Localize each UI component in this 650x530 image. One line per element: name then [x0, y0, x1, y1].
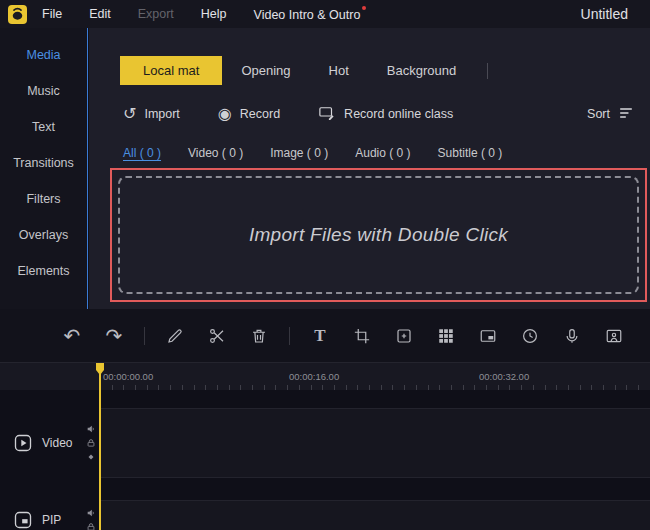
- video-track-label: Video: [42, 436, 72, 450]
- sidebar: Media Music Text Transitions Filters Ove…: [0, 28, 88, 309]
- lock-icon[interactable]: [86, 438, 96, 448]
- sort-icon: [618, 105, 634, 124]
- filter-audio[interactable]: Audio ( 0 ): [355, 146, 410, 160]
- video-track-controls: [86, 424, 96, 462]
- pip-track-icon: [13, 510, 33, 530]
- text-tool-button[interactable]: T: [308, 324, 332, 348]
- media-library-panel: Local mat Opening Hot Background ↺ Impor…: [89, 28, 650, 309]
- timecode-label: 00:00:16.00: [289, 371, 339, 382]
- sidebar-item-overlays[interactable]: Overlays: [0, 217, 87, 253]
- redo-icon: ↷: [106, 326, 123, 346]
- text-tool-icon: T: [314, 326, 325, 346]
- trash-icon: [250, 327, 268, 345]
- timecode-label: 00:00:00.00: [103, 371, 153, 382]
- sidebar-item-transitions[interactable]: Transitions: [0, 145, 87, 181]
- sidebar-item-filters[interactable]: Filters: [0, 181, 87, 217]
- tab-hot[interactable]: Hot: [310, 56, 368, 85]
- mute-icon[interactable]: [86, 424, 96, 434]
- video-track-lane[interactable]: [100, 408, 650, 478]
- playhead[interactable]: [99, 363, 101, 530]
- filter-all[interactable]: All ( 0 ): [123, 146, 161, 160]
- delete-button[interactable]: [247, 324, 271, 348]
- record-online-class-icon: [318, 104, 336, 125]
- sidebar-item-text[interactable]: Text: [0, 109, 87, 145]
- split-button[interactable]: [205, 324, 229, 348]
- tab-local-material[interactable]: Local mat: [120, 56, 222, 85]
- freeze-frame-button[interactable]: [392, 324, 416, 348]
- timecode-label: 00:00:32.00: [479, 371, 529, 382]
- record-online-class-button[interactable]: Record online class: [318, 104, 453, 125]
- record-button[interactable]: ◉ Record: [218, 106, 280, 122]
- microphone-icon: [563, 327, 581, 345]
- tab-bar-divider: [487, 63, 488, 79]
- import-dropzone[interactable]: Import Files with Double Click: [118, 176, 639, 294]
- edit-toolbar: ↶ ↷ T: [0, 309, 650, 362]
- app-logo-icon: [8, 5, 27, 24]
- project-title: Untitled: [581, 6, 628, 22]
- filter-image[interactable]: Image ( 0 ): [270, 146, 328, 160]
- sidebar-item-elements[interactable]: Elements: [0, 253, 87, 289]
- sort-button[interactable]: Sort: [587, 105, 634, 124]
- filter-subtitle[interactable]: Subtitle ( 0 ): [438, 146, 503, 160]
- sort-button-label: Sort: [587, 107, 610, 121]
- screen-record-button[interactable]: [602, 324, 626, 348]
- toolbar-divider: [144, 327, 145, 345]
- edit-button[interactable]: [163, 324, 187, 348]
- library-tab-bar: Local mat Opening Hot Background: [120, 56, 650, 85]
- app-window: File Edit Export Help Video Intro & Outr…: [0, 0, 650, 530]
- crop-icon: [353, 327, 371, 345]
- library-action-bar: ↺ Import ◉ Record Record online class So…: [123, 101, 634, 127]
- menu-file[interactable]: File: [42, 7, 62, 21]
- new-feature-dot: [362, 6, 366, 10]
- import-button-label: Import: [144, 107, 179, 121]
- scissors-icon: [208, 327, 226, 345]
- pip-track-controls: [86, 508, 96, 530]
- voiceover-button[interactable]: [560, 324, 584, 348]
- pip-track-header[interactable]: PIP: [0, 500, 100, 530]
- menu-video-intro-outro[interactable]: Video Intro & Outro: [254, 6, 367, 22]
- import-icon: ↺: [123, 106, 136, 122]
- mute-icon[interactable]: [86, 508, 96, 518]
- dropzone-hint-text: Import Files with Double Click: [249, 224, 508, 246]
- pencil-icon: [166, 327, 184, 345]
- undo-icon: ↶: [64, 326, 81, 346]
- pip-track-lane[interactable]: [100, 500, 650, 530]
- freeze-frame-icon: [395, 327, 413, 345]
- pip-track: PIP: [0, 500, 650, 530]
- sidebar-item-media[interactable]: Media: [0, 37, 87, 73]
- record-button-label: Record: [240, 107, 280, 121]
- sidebar-item-music[interactable]: Music: [0, 73, 87, 109]
- tab-background[interactable]: Background: [368, 56, 475, 85]
- import-button[interactable]: ↺ Import: [123, 106, 180, 122]
- crop-button[interactable]: [350, 324, 374, 348]
- video-track: Video: [0, 408, 650, 478]
- record-online-class-label: Record online class: [344, 107, 453, 121]
- mosaic-button[interactable]: [434, 324, 458, 348]
- pip-button[interactable]: [476, 324, 500, 348]
- library-filter-bar: All ( 0 ) Video ( 0 ) Image ( 0 ) Audio …: [123, 144, 650, 162]
- record-icon: ◉: [218, 106, 232, 122]
- menu-bar: File Edit Export Help Video Intro & Outr…: [0, 0, 650, 28]
- duration-button[interactable]: [518, 324, 542, 348]
- redo-button[interactable]: ↷: [102, 324, 126, 348]
- tab-opening[interactable]: Opening: [222, 56, 309, 85]
- pip-icon: [479, 327, 497, 345]
- timeline-tracks: Video PIP: [0, 390, 650, 530]
- menu-export[interactable]: Export: [138, 7, 174, 21]
- dropzone-highlight-box: Import Files with Double Click: [110, 168, 647, 302]
- clock-icon: [521, 327, 539, 345]
- lock-icon[interactable]: [86, 522, 96, 530]
- filter-video[interactable]: Video ( 0 ): [188, 146, 243, 160]
- toolbar-divider: [289, 327, 290, 345]
- pip-track-label: PIP: [42, 513, 61, 527]
- video-track-header[interactable]: Video: [0, 408, 100, 478]
- screen-record-icon: [605, 327, 623, 345]
- keyframe-icon[interactable]: [86, 452, 96, 462]
- video-track-icon: [13, 433, 33, 453]
- mosaic-icon: [437, 327, 455, 345]
- undo-button[interactable]: ↶: [60, 324, 84, 348]
- menu-help[interactable]: Help: [201, 7, 227, 21]
- menu-edit[interactable]: Edit: [89, 7, 111, 21]
